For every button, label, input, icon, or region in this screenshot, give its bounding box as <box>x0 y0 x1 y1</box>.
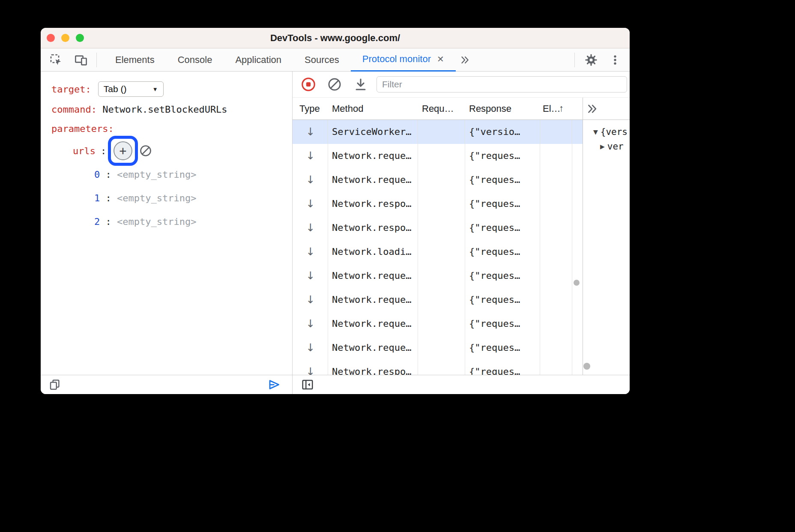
tab-strip: ElementsConsoleApplicationSourcesProtoco… <box>104 48 456 72</box>
minimize-window-button[interactable] <box>61 34 69 42</box>
column-divider <box>465 98 465 375</box>
grid-header: Type Method Requ… Response El… ↑ <box>293 98 630 120</box>
tab-elements[interactable]: Elements <box>104 48 166 72</box>
send-command-icon[interactable] <box>268 378 281 391</box>
devtools-window: DevTools - www.google.com/ ElementsConso… <box>41 28 630 394</box>
monitor-toolbar <box>293 72 630 98</box>
tab-sources[interactable]: Sources <box>293 48 351 72</box>
tab-console[interactable]: Console <box>166 48 224 72</box>
device-toolbar-icon[interactable] <box>74 53 88 67</box>
tree-expanded-icon[interactable]: ▼ <box>593 126 598 138</box>
response-cell: {"reques… <box>469 264 520 288</box>
column-divider <box>328 98 328 375</box>
tree-root-row[interactable]: ▼ {vers <box>593 126 628 138</box>
response-cell: {"reques… <box>469 360 520 375</box>
plus-icon: + <box>120 144 127 158</box>
url-array-item[interactable]: 1 : <empty_string> <box>94 190 196 206</box>
url-array-item[interactable]: 0 : <empty_string> <box>94 167 196 182</box>
response-cell: {"versio… <box>469 120 520 144</box>
toolbar-separator <box>574 53 575 67</box>
table-row[interactable]: ↓Network.respo…{"reques… <box>293 216 583 240</box>
clear-log-icon[interactable] <box>327 77 342 92</box>
tree-child-row[interactable]: ▶ ver <box>600 140 624 152</box>
add-url-button[interactable]: + <box>114 141 132 160</box>
table-row[interactable]: ↓Network.reque…{"reques… <box>293 144 583 168</box>
method-cell: Network.respo… <box>332 192 411 216</box>
column-header-method[interactable]: Method <box>332 98 363 120</box>
item-value[interactable]: <empty_string> <box>117 216 196 227</box>
received-arrow-icon: ↓ <box>305 216 317 240</box>
column-header-type[interactable]: Type <box>299 98 320 120</box>
sort-arrow-icon[interactable]: ↑ <box>559 98 564 120</box>
item-colon: : <box>100 169 117 180</box>
settings-gear-icon[interactable] <box>584 53 598 67</box>
response-cell: {"reques… <box>469 192 520 216</box>
inspect-element-icon[interactable] <box>49 53 63 67</box>
filter-input[interactable] <box>377 76 627 93</box>
record-stop-icon[interactable] <box>301 77 316 92</box>
received-arrow-icon: ↓ <box>305 144 317 168</box>
editor-bottom-bar <box>41 375 293 394</box>
urls-line: urls : <box>73 143 106 158</box>
response-cell: {"reques… <box>469 336 520 360</box>
tab-application[interactable]: Application <box>224 48 293 72</box>
title-bar: DevTools - www.google.com/ <box>41 28 630 48</box>
tab-protocol-monitor[interactable]: Protocol monitor✕ <box>351 48 456 72</box>
item-index: 0 <box>94 169 100 180</box>
table-row[interactable]: ↓Network.reque…{"reques… <box>293 168 583 192</box>
target-select[interactable]: Tab () ▼ <box>98 81 164 97</box>
column-header-elapsed[interactable]: El… <box>543 98 561 120</box>
response-cell: {"reques… <box>469 240 520 264</box>
toggle-sidebar-icon[interactable] <box>301 378 314 391</box>
received-arrow-icon: ↓ <box>305 288 317 312</box>
table-row[interactable]: ↓Network.reque…{"reques… <box>293 336 583 360</box>
table-row[interactable]: ↓Network.respo…{"reques… <box>293 360 583 375</box>
item-value[interactable]: <empty_string> <box>117 169 196 180</box>
item-index: 1 <box>94 193 100 203</box>
monitor-grid: Type Method Requ… Response El… ↑ ↓Servic… <box>293 98 630 375</box>
more-tabs-icon[interactable] <box>459 54 470 66</box>
command-value[interactable]: Network.setBlockedURLs <box>102 104 227 115</box>
column-header-response[interactable]: Response <box>469 98 511 120</box>
table-row[interactable]: ↓Network.respo…{"reques… <box>293 192 583 216</box>
received-arrow-icon: ↓ <box>305 312 317 336</box>
method-cell: Network.reque… <box>332 168 411 192</box>
column-header-request[interactable]: Requ… <box>422 98 454 120</box>
tree-child-label: ver <box>607 140 624 152</box>
delete-parameter-icon[interactable] <box>139 144 152 157</box>
table-row[interactable]: ↓Network.reque…{"reques… <box>293 288 583 312</box>
method-cell: Network.reque… <box>332 264 411 288</box>
item-colon: : <box>100 216 117 227</box>
received-arrow-icon: ↓ <box>305 336 317 360</box>
parameters-line: parameters: <box>51 121 114 136</box>
parameters-key: parameters: <box>51 123 114 134</box>
tree-root-label: {vers <box>601 126 628 138</box>
tree-collapsed-icon[interactable]: ▶ <box>600 140 605 152</box>
table-row[interactable]: ↓Network.reque…{"reques… <box>293 264 583 288</box>
copy-command-icon[interactable] <box>48 378 61 391</box>
url-array-item[interactable]: 2 : <empty_string> <box>94 214 196 229</box>
method-cell: Network.loadi… <box>332 240 411 264</box>
command-line: command: Network.setBlockedURLs <box>51 102 227 117</box>
table-row[interactable]: ↓Network.loadi…{"reques… <box>293 240 583 264</box>
table-row[interactable]: ↓Network.reque…{"reques… <box>293 312 583 336</box>
zoom-window-button[interactable] <box>76 34 84 42</box>
toolbar-separator <box>96 53 97 67</box>
received-arrow-icon: ↓ <box>305 120 317 144</box>
devtools-tab-bar: ElementsConsoleApplicationSourcesProtoco… <box>41 48 630 72</box>
method-cell: Network.reque… <box>332 144 411 168</box>
save-download-icon[interactable] <box>353 77 368 92</box>
method-cell: Network.respo… <box>332 216 411 240</box>
response-cell: {"reques… <box>469 168 520 192</box>
close-window-button[interactable] <box>47 34 55 42</box>
method-cell: Network.reque… <box>332 312 411 336</box>
close-tab-icon[interactable]: ✕ <box>437 54 444 64</box>
item-value[interactable]: <empty_string> <box>117 193 196 203</box>
traffic-lights <box>47 34 84 42</box>
table-row[interactable]: ↓ServiceWorker…{"versio… <box>293 120 583 144</box>
vertical-scrollbar-thumb[interactable] <box>574 280 580 286</box>
method-cell: ServiceWorker… <box>332 120 411 144</box>
expand-sidebar-icon[interactable] <box>586 102 598 115</box>
horizontal-scrollbar-thumb[interactable] <box>583 363 590 370</box>
menu-dots-icon[interactable] <box>609 54 621 66</box>
